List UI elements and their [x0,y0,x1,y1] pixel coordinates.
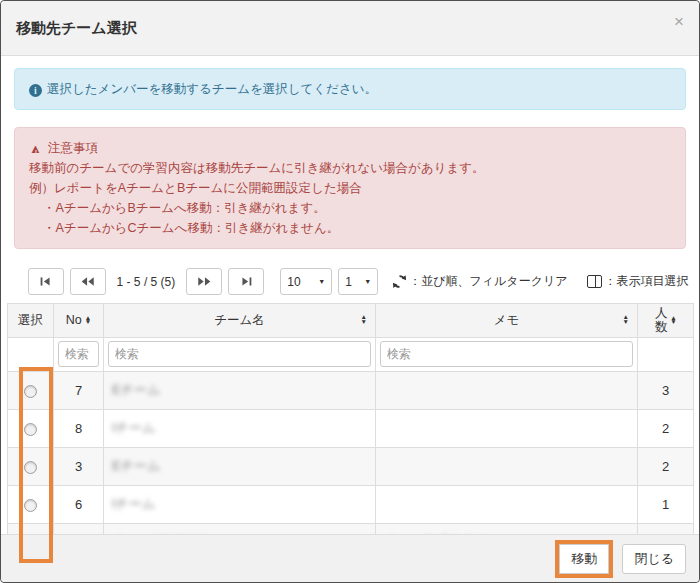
close-button[interactable]: 閉じる [622,544,686,574]
memo-search-input[interactable] [380,341,633,367]
memo-cell [376,409,638,447]
search-cell-memo [376,337,638,371]
member-count-cell: 1 [638,485,694,523]
warning-line: ・AチームからBチームへ移動：引き継がれます。 [29,198,671,218]
warning-alert: ▲! 注意事項 移動前のチームでの学習内容は移動先チームに引き継がれない場合があ… [14,127,686,249]
last-page-button[interactable] [228,268,264,295]
team-name-text: Eチーム [112,382,160,397]
chevron-down-icon: ▼ [364,278,371,285]
team-radio[interactable] [24,461,37,474]
search-cell-count [638,337,694,371]
team-name-cell: Eチーム [104,371,376,409]
first-page-button[interactable] [28,268,64,295]
modal-header: 移動先チーム選択 × [1,1,699,56]
sort-clear-label: ：並び順、フィルタークリア [409,273,567,290]
pagination-range: 1 - 5 / 5 (5) [117,275,176,289]
warning-line: 例）レポートをAチームとBチームに公開範囲設定した場合 [29,178,671,198]
team-name-text: Eチーム [112,458,160,473]
select-cell [8,409,54,447]
chevron-down-icon: ▼ [318,278,325,285]
modal-footer: 移動 閉じる [1,534,699,582]
col-header-select[interactable]: 選択 [8,304,54,338]
search-row [8,337,694,371]
team-name-text: Iチーム [112,420,155,435]
columns-icon [587,275,602,288]
prev-page-button[interactable] [70,268,106,295]
search-cell-no [54,337,104,371]
first-page-icon [39,276,52,287]
close-icon[interactable]: × [674,13,684,30]
select-cell [8,371,54,409]
sort-filter-clear[interactable]: ：並び順、フィルタークリア [392,273,567,290]
table-row: 7Eチーム3 [8,371,694,409]
refresh-icon [392,274,407,289]
modal-title: 移動先チーム選択 [16,19,137,38]
memo-cell [376,371,638,409]
team-table-wrap: 選択 No ▲▼ チーム名 ▲▼ メモ ▲▼ [7,303,693,562]
col-header-count[interactable]: 人数 ▲▼ [638,304,694,338]
last-page-icon [240,276,253,287]
memo-cell [376,447,638,485]
member-count-cell: 2 [638,447,694,485]
warning-lines: 移動前のチームでの学習内容は移動先チームに引き継がれない場合があります。例）レポ… [29,158,671,238]
team-radio[interactable] [24,499,37,512]
team-table: 選択 No ▲▼ チーム名 ▲▼ メモ ▲▼ [7,303,694,562]
warning-icon: ▲! [29,141,43,156]
team-name-text: Iチーム [112,496,155,511]
info-icon: i [29,84,42,97]
sort-icon[interactable]: ▲▼ [670,316,676,326]
info-alert-text: 選択したメンバーを移動するチームを選択してください。 [47,82,377,96]
no-search-input[interactable] [58,341,99,367]
next-page-button[interactable] [186,268,222,295]
pagination-bar: 1 - 5 / 5 (5) 10 ▼ 1 ▼ ：並び順、フィルタークリア ： [9,268,700,295]
no-cell: 3 [54,447,104,485]
header-row: 選択 No ▲▼ チーム名 ▲▼ メモ ▲▼ [8,304,694,338]
page-number-select[interactable]: 1 ▼ [338,268,378,295]
sort-icon[interactable]: ▲▼ [85,316,91,326]
col-header-team[interactable]: チーム名 ▲▼ [104,304,376,338]
select-cell [8,447,54,485]
member-count-cell: 3 [638,371,694,409]
no-cell: 7 [54,371,104,409]
search-cell-team [104,337,376,371]
search-cell-select [8,337,54,371]
team-radio[interactable] [24,385,37,398]
sort-icon[interactable]: ▲▼ [361,316,367,326]
warning-title-row: ▲! 注意事項 [29,138,671,158]
table-row: 8Iチーム2 [8,409,694,447]
memo-cell [376,485,638,523]
team-radio[interactable] [24,423,37,436]
team-name-cell: Eチーム [104,447,376,485]
move-button[interactable]: 移動 [559,544,609,574]
warning-title: 注意事項 [48,138,98,158]
column-select-label: ：表示項目選択 [604,273,688,290]
next-page-icon [197,276,212,287]
col-header-memo[interactable]: メモ ▲▼ [376,304,638,338]
team-name-cell: Iチーム [104,485,376,523]
move-button-highlight: 移動 [555,540,613,578]
table-row: 3Eチーム2 [8,447,694,485]
no-cell: 6 [54,485,104,523]
prev-page-icon [80,276,95,287]
team-select-modal: 移動先チーム選択 × i選択したメンバーを移動するチームを選択してください。 ▲… [0,0,700,583]
no-cell: 8 [54,409,104,447]
team-search-input[interactable] [108,341,371,367]
col-header-no[interactable]: No ▲▼ [54,304,104,338]
column-select[interactable]: ：表示項目選択 [581,273,688,290]
info-alert: i選択したメンバーを移動するチームを選択してください。 [14,68,686,110]
warning-line: 移動前のチームでの学習内容は移動先チームに引き継がれない場合があります。 [29,158,671,178]
page-size-select[interactable]: 10 ▼ [280,268,332,295]
team-name-cell: Iチーム [104,409,376,447]
table-row: 6Iチーム1 [8,485,694,523]
warning-line: ・AチームからCチームへ移動：引き継がれません。 [29,218,671,238]
select-cell [8,485,54,523]
member-count-cell: 2 [638,409,694,447]
sort-icon[interactable]: ▲▼ [623,316,629,326]
